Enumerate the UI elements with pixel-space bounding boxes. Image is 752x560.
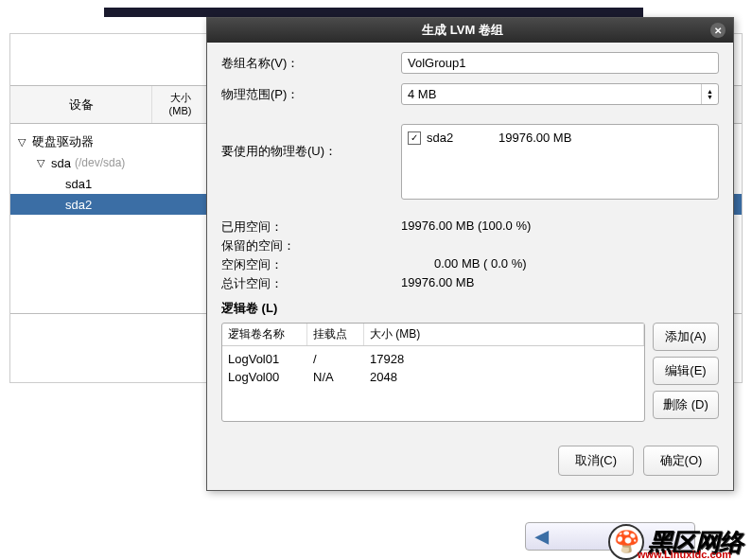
lv-delete-button[interactable]: 删除 (D)	[653, 391, 719, 419]
vg-name-input[interactable]	[401, 52, 719, 74]
col-header-size[interactable]: 大小(MB)	[152, 86, 209, 123]
dialog-title: 生成 LVM 卷组	[215, 22, 710, 39]
close-icon[interactable]: ✕	[710, 23, 726, 38]
cancel-button[interactable]: 取消(C)	[558, 446, 634, 476]
lv-row[interactable]: LogVol01 / 17928	[222, 350, 644, 368]
free-space-label: 空闲空间：	[221, 256, 401, 273]
lv-edit-button[interactable]: 编辑(E)	[653, 357, 719, 385]
col-header-device[interactable]: 设备	[10, 86, 152, 123]
lv-table: 逻辑卷名称 挂载点 大小 (MB) LogVol01 / 17928 LogVo…	[221, 323, 645, 422]
vg-name-label: 卷组名称(V)：	[221, 55, 401, 72]
lvm-dialog: 生成 LVM 卷组 ✕ 卷组名称(V)： 物理范围(P)： 4 MB ▲▼ 要使…	[206, 17, 734, 491]
dialog-footer: 取消(C) 确定(O)	[207, 431, 733, 490]
pe-select[interactable]: 4 MB ▲▼	[401, 83, 719, 105]
pv-list-box: ✓ sda2 19976.00 MB	[401, 124, 719, 200]
pv-label: 要使用的物理卷(U)：	[221, 114, 401, 160]
dialog-body: 卷组名称(V)： 物理范围(P)： 4 MB ▲▼ 要使用的物理卷(U)： ✓ …	[207, 43, 733, 431]
dialog-titlebar[interactable]: 生成 LVM 卷组 ✕	[207, 18, 733, 43]
ok-button[interactable]: 确定(O)	[643, 446, 719, 476]
top-decoration-bar	[104, 8, 643, 17]
spinner-icon[interactable]: ▲▼	[701, 84, 718, 104]
reserved-space-label: 保留的空间：	[221, 237, 401, 254]
lv-row[interactable]: LogVol00 N/A 2048	[222, 368, 644, 386]
total-space-label: 总计空间：	[221, 275, 401, 292]
lv-section-label: 逻辑卷 (L)	[221, 300, 719, 317]
used-space-value: 19976.00 MB (100.0 %)	[401, 219, 719, 236]
free-space-value: 0.00 MB ( 0.0 %)	[401, 256, 719, 273]
pe-label: 物理范围(P)：	[221, 86, 401, 103]
lv-col-name[interactable]: 逻辑卷名称	[222, 324, 307, 345]
arrow-left-icon: ◀	[535, 526, 549, 547]
lv-add-button[interactable]: 添加(A)	[653, 323, 719, 351]
watermark: 🍄 黑区网络 www.Linuxidc.com	[608, 524, 743, 560]
expander-icon[interactable]: ▽	[18, 136, 29, 149]
expander-icon[interactable]: ▽	[37, 157, 48, 169]
lv-col-size[interactable]: 大小 (MB)	[364, 324, 644, 345]
lv-col-mount[interactable]: 挂载点	[307, 324, 364, 345]
pv-item-row[interactable]: ✓ sda2 19976.00 MB	[408, 131, 712, 145]
used-space-label: 已用空间：	[221, 219, 401, 236]
total-space-value: 19976.00 MB	[401, 275, 719, 292]
checkbox-checked-icon[interactable]: ✓	[408, 131, 421, 145]
